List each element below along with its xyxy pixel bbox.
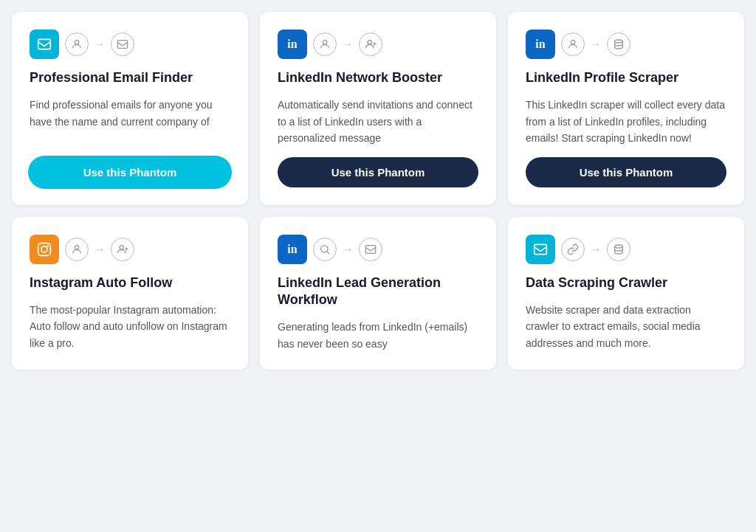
use-phantom-button[interactable]: Use this Phantom bbox=[526, 157, 726, 187]
card-main-icon bbox=[30, 235, 59, 264]
card-main-icon: in bbox=[278, 235, 307, 264]
card-title: Data Scraping Crawler bbox=[526, 274, 726, 291]
card-title: LinkedIn Lead Generation Workflow bbox=[278, 274, 478, 309]
card-icon-row: → bbox=[526, 235, 726, 264]
flow-icon bbox=[561, 238, 585, 261]
svg-point-8 bbox=[41, 246, 47, 252]
card-title: LinkedIn Network Booster bbox=[278, 69, 478, 86]
flow-arrow: → bbox=[591, 38, 601, 50]
card-title: Instagram Auto Follow bbox=[30, 274, 230, 291]
card-icon-row: → bbox=[30, 30, 230, 59]
card-instagram-auto-follow: → Instagram Auto Follow The most-popular… bbox=[12, 217, 248, 370]
svg-point-6 bbox=[615, 40, 623, 43]
card-main-icon: in bbox=[526, 30, 555, 59]
svg-rect-7 bbox=[38, 243, 51, 255]
flow-arrow: → bbox=[94, 38, 105, 50]
card-professional-email-finder: → Professional Email Finder Find profess… bbox=[12, 12, 248, 205]
svg-point-12 bbox=[321, 245, 328, 252]
card-icon-row: → bbox=[30, 235, 230, 264]
card-description: Generating leads from LinkedIn (+emails)… bbox=[278, 319, 478, 352]
flow-icon bbox=[111, 32, 134, 56]
svg-point-1 bbox=[75, 41, 78, 44]
svg-point-4 bbox=[368, 41, 371, 44]
flow-icon bbox=[561, 32, 585, 56]
svg-rect-0 bbox=[38, 39, 51, 49]
card-linkedin-network-booster: in → LinkedIn Network Booster Automatica… bbox=[260, 12, 496, 205]
flow-icon bbox=[313, 32, 337, 56]
svg-point-3 bbox=[323, 41, 326, 44]
svg-rect-14 bbox=[535, 244, 547, 254]
svg-point-5 bbox=[571, 41, 574, 44]
flow-icon bbox=[607, 32, 630, 56]
svg-point-15 bbox=[615, 245, 623, 248]
flow-icon bbox=[359, 238, 382, 261]
svg-point-11 bbox=[120, 245, 123, 249]
card-linkedin-profile-scraper: in → LinkedIn Profile Scraper This Linke… bbox=[508, 12, 744, 205]
flow-icon bbox=[65, 238, 89, 261]
card-main-icon bbox=[30, 30, 59, 59]
card-description: This LinkedIn scraper will collect every… bbox=[526, 97, 726, 146]
card-description: Find professional emails for anyone you … bbox=[30, 97, 230, 146]
card-icon-row: in → bbox=[278, 30, 478, 59]
use-phantom-button[interactable]: Use this Phantom bbox=[278, 157, 478, 187]
card-icon-row: in → bbox=[526, 30, 726, 59]
flow-arrow: → bbox=[343, 243, 353, 255]
card-data-scraping-crawler: → Data Scraping Crawler Website scraper … bbox=[508, 217, 744, 370]
flow-icon bbox=[607, 238, 630, 261]
flow-icon bbox=[313, 238, 337, 261]
card-description: The most-popular Instagram automation: A… bbox=[30, 302, 230, 352]
card-title: LinkedIn Profile Scraper bbox=[526, 69, 726, 86]
card-description: Website scraper and data extraction craw… bbox=[526, 302, 726, 352]
svg-point-9 bbox=[47, 245, 49, 247]
card-linkedin-lead-generation: in → LinkedIn Lead Generation Workflow G… bbox=[260, 217, 496, 370]
flow-arrow: → bbox=[343, 38, 353, 50]
svg-rect-13 bbox=[365, 245, 375, 253]
flow-icon bbox=[111, 238, 134, 261]
card-main-icon bbox=[526, 235, 555, 264]
card-icon-row: in → bbox=[278, 235, 478, 264]
flow-arrow: → bbox=[94, 243, 105, 255]
flow-icon bbox=[359, 32, 382, 56]
card-main-icon: in bbox=[278, 30, 307, 59]
svg-rect-2 bbox=[117, 41, 127, 49]
card-description: Automatically send invitations and conne… bbox=[278, 97, 478, 146]
svg-point-10 bbox=[75, 245, 78, 249]
flow-icon bbox=[65, 32, 89, 56]
phantom-grid: → Professional Email Finder Find profess… bbox=[12, 12, 744, 370]
flow-arrow: → bbox=[591, 243, 601, 255]
use-phantom-button[interactable]: Use this Phantom bbox=[30, 157, 230, 187]
card-title: Professional Email Finder bbox=[30, 69, 230, 86]
